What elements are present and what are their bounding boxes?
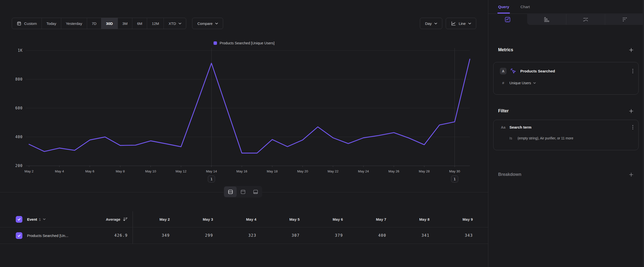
breakdown-table: Event 1 Average May 2 May 3 May 4 May 5 … [0,211,488,244]
date-range-3m[interactable]: 3M [118,18,132,29]
date-range-yesterday[interactable]: Yesterday [61,18,87,29]
retention-icon [621,16,628,23]
x-tick-label: May 8 [116,169,125,173]
date-column-header[interactable]: May 8 [392,211,436,227]
granularity-button[interactable]: Day [420,18,442,29]
report-type-retention-tab[interactable] [605,14,644,25]
date-column-header[interactable]: May 5 [263,211,306,227]
sidebar-tab-bar: Query Chart [488,0,644,14]
series-name[interactable]: Products Searched [Un... [27,233,68,238]
table-cell[interactable]: 400 [349,227,392,243]
kebab-menu-icon[interactable] [632,69,634,73]
check-icon [17,234,21,237]
sort-icon[interactable] [123,217,128,222]
report-type-insights-tab[interactable] [488,14,527,25]
chevron-down-icon[interactable] [43,218,46,220]
y-tick-label: 400 [15,135,23,139]
filter-operator: Is [510,136,512,140]
date-column-header[interactable]: May 2 [133,211,176,227]
x-tick-label: May 28 [419,169,430,173]
split-view-icon [228,189,234,195]
filter-property-name[interactable]: Search term [510,125,532,130]
date-range-today[interactable]: Today [42,18,61,29]
legend-series-label[interactable]: Products Searched [Unique Users] [220,41,274,45]
chevron-down-icon [468,23,471,24]
chart-type-button[interactable]: Line [446,18,476,29]
date-range-30d[interactable]: 30D [101,18,118,29]
filter-card[interactable]: Aa Search term Is (empty string), Air pu… [493,120,638,150]
x-tick-label: May 6 [85,169,94,173]
metric-event-name[interactable]: Products Searched [520,69,555,73]
table-cell[interactable]: 299 [176,227,220,243]
average-column-label[interactable]: Average [106,217,120,221]
report-type-funnels-tab[interactable] [527,14,566,25]
date-column-header[interactable]: May 9 [436,211,479,227]
analytics-report-page: Custom Today Yesterday 7D 30D 3M 6M 12M … [0,0,644,267]
tab-query[interactable]: Query [498,0,509,14]
breakdown-title: Breakdown [498,172,521,177]
layout-table-view-button[interactable] [249,186,262,197]
bottom-panel-icon [253,189,258,195]
x-tick-label: May 2 [24,169,34,173]
table-cell[interactable]: 343 [436,227,479,243]
x-tick-label: May 20 [297,169,308,173]
date-range-7d[interactable]: 7D [87,18,101,29]
date-column-header[interactable]: May 3 [176,211,220,227]
metric-card[interactable]: A Products Searched # Unique Users [493,62,638,95]
metric-aggregation-row[interactable]: # Unique Users [500,81,634,85]
metric-card-title-row: A Products Searched [500,68,634,74]
series-line[interactable] [29,59,470,153]
layout-split-view-button[interactable] [224,186,237,197]
table-cell[interactable]: 307 [263,227,306,243]
add-metric-button[interactable] [629,48,634,53]
legend-swatch [214,41,217,45]
add-breakdown-button[interactable] [629,172,634,177]
sidebar-scrollbar[interactable] [643,0,644,267]
x-tick-label: May 12 [176,169,186,173]
date-column-header[interactable]: May 6 [306,211,349,227]
date-range-xtd[interactable]: XTD [164,18,186,29]
x-tick-label: May 26 [388,169,399,173]
table-header-row: Event 1 Average May 2 May 3 May 4 May 5 … [0,211,488,227]
kebab-menu-icon[interactable] [632,125,634,130]
report-type-tabs [488,14,644,25]
x-tick-label: May 4 [55,169,64,173]
x-tick-label: May 10 [145,169,156,173]
chevron-down-icon [215,23,218,24]
event-count: 1 [39,217,41,221]
report-type-flows-tab[interactable] [566,14,605,25]
date-range-12m[interactable]: 12M [147,18,164,29]
date-column-header[interactable]: May 4 [220,211,263,227]
compare-button[interactable]: Compare [192,18,223,29]
filter-title: Filter [498,108,509,114]
chevron-down-icon [434,23,437,24]
aggregation-label: Unique Users [510,81,531,85]
metrics-section-header: Metrics [498,47,634,53]
add-filter-button[interactable] [629,109,634,114]
flows-icon [582,16,589,23]
table-cell[interactable]: 379 [306,227,349,243]
x-tick-label: May 14 [206,169,217,173]
tab-chart[interactable]: Chart [520,0,530,14]
event-column-label: Event [27,217,37,221]
date-column-header[interactable]: May 7 [349,211,392,227]
chevron-down-icon [178,23,181,24]
aggregation-symbol: # [500,81,506,85]
row-checkbox[interactable] [16,232,22,239]
line-chart[interactable]: May 2May 4May 6May 8May 10May 12May 14Ma… [0,48,488,187]
average-value: 426.9 [114,233,128,238]
string-property-icon: Aa [500,125,506,129]
layout-chart-view-button[interactable] [237,186,249,197]
x-tick-label: May 16 [236,169,247,173]
table-cell[interactable]: 323 [220,227,263,243]
breakdown-section-header: Breakdown [498,172,634,177]
table-cell[interactable]: 341 [392,227,436,243]
chevron-down-icon [533,82,536,84]
select-all-checkbox[interactable] [16,216,22,223]
query-builder-sidebar: Query Chart Metrics A [488,0,644,267]
filter-condition-row[interactable]: Is (empty string), Air purifier, or 11 m… [510,136,634,140]
table-cell[interactable]: 349 [133,227,176,243]
date-range-custom[interactable]: Custom [12,18,42,29]
date-range-6m[interactable]: 6M [132,18,147,29]
y-tick-label: 1K [18,48,23,53]
